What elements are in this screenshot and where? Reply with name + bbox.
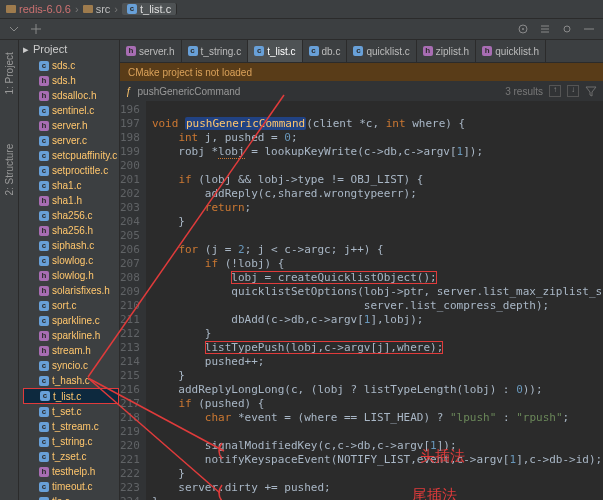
file-icon: c: [39, 497, 49, 501]
settings-icon[interactable]: [561, 23, 573, 35]
file-icon: c: [39, 422, 49, 432]
tree-item-server-c[interactable]: cserver.c: [23, 133, 119, 148]
tree-item-sha256-h[interactable]: hsha256.h: [23, 223, 119, 238]
search-results-count: 3 results: [505, 86, 543, 97]
tree-header: ▸ Project: [19, 40, 119, 58]
tree-item-slowlog-h[interactable]: hslowlog.h: [23, 268, 119, 283]
folder-icon: ▸: [23, 43, 29, 56]
file-icon: c: [39, 181, 49, 191]
editor-area: hserver.hct_string.cct_list.ccdb.ccquick…: [120, 40, 603, 500]
code-content[interactable]: void pushGenericCommand(client *c, int w…: [146, 101, 603, 500]
breadcrumb-function[interactable]: pushGenericCommand: [138, 86, 241, 97]
tab-t_string-c[interactable]: ct_string.c: [182, 40, 249, 62]
collapse-icon[interactable]: [30, 23, 42, 35]
path-root[interactable]: redis-6.0.6: [6, 3, 71, 15]
tab-server-h[interactable]: hserver.h: [120, 40, 182, 62]
tree-item-server-h[interactable]: hserver.h: [23, 118, 119, 133]
tree-item-sha1-h[interactable]: hsha1.h: [23, 193, 119, 208]
cmake-banner[interactable]: CMake project is not loaded: [120, 63, 603, 81]
file-icon: h: [39, 271, 49, 281]
path-file[interactable]: ct_list.c: [122, 3, 177, 15]
tree-item-sds-h[interactable]: hsds.h: [23, 73, 119, 88]
tree-item-sparkline-c[interactable]: csparkline.c: [23, 313, 119, 328]
tree-item-setproctitle-c[interactable]: csetproctitle.c: [23, 163, 119, 178]
dropdown-icon[interactable]: [8, 23, 20, 35]
file-icon: h: [39, 467, 49, 477]
prev-result-button[interactable]: ↑: [549, 85, 561, 97]
file-icon: c: [39, 376, 49, 386]
tree-item-setcpuaffinity-c[interactable]: csetcpuaffinity.c: [23, 148, 119, 163]
tree-item-siphash-c[interactable]: csiphash.c: [23, 238, 119, 253]
tool-window-strip: 1: Project 2: Structure: [0, 40, 19, 500]
tree-item-t_zset-c[interactable]: ct_zset.c: [23, 449, 119, 464]
tree-item-syncio-c[interactable]: csyncio.c: [23, 358, 119, 373]
tab-quicklist-h[interactable]: hquicklist.h: [476, 40, 546, 62]
tab-db-c[interactable]: cdb.c: [303, 40, 348, 62]
file-icon: h: [126, 46, 136, 56]
file-icon: c: [353, 46, 363, 56]
path-src[interactable]: src: [83, 3, 111, 15]
structure-tool-button[interactable]: 2: Structure: [4, 178, 15, 196]
tab-t_list-c[interactable]: ct_list.c: [248, 40, 302, 62]
hide-icon[interactable]: [583, 23, 595, 35]
file-icon: c: [39, 106, 49, 116]
file-icon: c: [39, 151, 49, 161]
file-icon: c: [39, 166, 49, 176]
file-icon: h: [39, 331, 49, 341]
file-icon: h: [39, 226, 49, 236]
svg-point-1: [522, 28, 524, 30]
file-icon: h: [39, 91, 49, 101]
file-icon: c: [39, 256, 49, 266]
tree-item-t_string-c[interactable]: ct_string.c: [23, 434, 119, 449]
tree-item-stream-h[interactable]: hstream.h: [23, 343, 119, 358]
file-icon: c: [39, 452, 49, 462]
file-icon: c: [39, 437, 49, 447]
app-root: redis-6.0.6 › src › ct_list.c 1: Project…: [0, 0, 603, 500]
project-toolbar: [0, 19, 603, 40]
file-icon: h: [39, 346, 49, 356]
code-editor[interactable]: 1961971981992002012022032042052062072082…: [120, 101, 603, 500]
svg-point-2: [564, 26, 570, 32]
tree-item-sdsalloc-h[interactable]: hsdsalloc.h: [23, 88, 119, 103]
tab-ziplist-h[interactable]: hziplist.h: [417, 40, 476, 62]
tree-item-sha256-c[interactable]: csha256.c: [23, 208, 119, 223]
tree-item-slowlog-c[interactable]: cslowlog.c: [23, 253, 119, 268]
expand-all-icon[interactable]: [539, 23, 551, 35]
tree-item-sort-c[interactable]: csort.c: [23, 298, 119, 313]
breadcrumb-bar: ƒ pushGenericCommand 3 results ↑ ↓: [120, 81, 603, 101]
tree-item-sparkline-h[interactable]: hsparkline.h: [23, 328, 119, 343]
file-icon: c: [39, 361, 49, 371]
file-icon: h: [39, 286, 49, 296]
file-icon: c: [39, 136, 49, 146]
navigation-path-bar: redis-6.0.6 › src › ct_list.c: [0, 0, 603, 19]
file-icon: c: [39, 241, 49, 251]
tree-item-solarisfixes-h[interactable]: hsolarisfixes.h: [23, 283, 119, 298]
line-gutter: 1961971981992002012022032042052062072082…: [120, 101, 146, 500]
tree-item-sds-c[interactable]: csds.c: [23, 58, 119, 73]
file-icon: c: [254, 46, 264, 56]
tree-item-tls-c[interactable]: ctls.c: [23, 494, 119, 500]
file-icon: c: [39, 482, 49, 492]
file-icon: h: [423, 46, 433, 56]
tree-item-t_set-c[interactable]: ct_set.c: [23, 404, 119, 419]
tab-quicklist-c[interactable]: cquicklist.c: [347, 40, 416, 62]
tree-item-t_list-c[interactable]: ct_list.c: [23, 388, 119, 404]
tree-item-testhelp-h[interactable]: htesthelp.h: [23, 464, 119, 479]
file-icon: c: [39, 316, 49, 326]
file-icon: c: [39, 61, 49, 71]
file-icon: c: [309, 46, 319, 56]
next-result-button[interactable]: ↓: [567, 85, 579, 97]
project-tree[interactable]: ▸ Project csds.chsds.hhsdsalloc.hcsentin…: [19, 40, 120, 500]
file-icon: c: [39, 301, 49, 311]
tree-item-t_hash-c[interactable]: ct_hash.c: [23, 373, 119, 388]
file-icon: c: [39, 211, 49, 221]
project-tool-button[interactable]: 1: Project: [4, 77, 15, 95]
tree-item-timeout-c[interactable]: ctimeout.c: [23, 479, 119, 494]
tree-item-t_stream-c[interactable]: ct_stream.c: [23, 419, 119, 434]
tree-item-sentinel-c[interactable]: csentinel.c: [23, 103, 119, 118]
file-icon: h: [39, 196, 49, 206]
filter-icon[interactable]: [585, 85, 597, 97]
locate-icon[interactable]: [517, 23, 529, 35]
tree-item-sha1-c[interactable]: csha1.c: [23, 178, 119, 193]
file-icon: c: [188, 46, 198, 56]
